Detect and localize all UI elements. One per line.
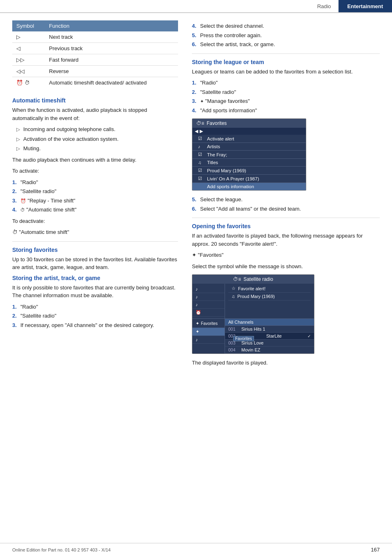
- radio-text: Radio: [317, 3, 331, 9]
- storing-artist-body: It is only possible to store favorites t…: [12, 284, 178, 300]
- channel-row: 001Sirius Hits 1: [225, 326, 314, 333]
- table-row: ⏰ ⏱ Automatic timeshift deactivated/ act…: [12, 77, 178, 89]
- mockup-row: ☑The Fray;: [192, 151, 306, 159]
- mockup-row: ♪Artists: [192, 143, 306, 151]
- list-item: 2."Satellite radio": [12, 312, 178, 320]
- mockup-row: ☑Proud Mary (1969): [192, 167, 306, 175]
- mockup-row: ♫Titles: [192, 159, 306, 167]
- list-item: ▷ Muting.: [16, 145, 178, 153]
- page-footer: Online Edition for Part no. 01 40 2 957 …: [0, 543, 392, 556]
- table-header-symbol: Symbol: [12, 20, 45, 31]
- storing-league-steps: 1."Radio" 2."Satellite radio" 3.✦ "Manag…: [192, 79, 380, 114]
- mockup2-main: ✦Favorites ✦ ♪ All Channels 001Sirius Hi…: [192, 319, 314, 354]
- storing-artist-heading: Storing the artist, track, or game: [12, 275, 178, 281]
- table-row: ▷ Next track: [12, 31, 178, 43]
- symbol-table: Symbol Function ▷ Next track ◁ Previous …: [12, 20, 178, 88]
- list-item: 4.⏱ "Automatic time shift": [12, 206, 178, 214]
- list-item: 4.Select the desired channel.: [192, 22, 380, 30]
- list-item: 6.Select the artist, track, or game.: [192, 40, 380, 49]
- favorites-fav-line: ✦ "Favorites": [192, 251, 380, 259]
- displayed-favorite-text: The displayed favorite is played.: [192, 359, 380, 367]
- storing-league-body: Leagues or teams can be added to the fav…: [192, 68, 380, 76]
- table-header-function: Function: [45, 20, 178, 31]
- storing-league-heading: Storing the league or team: [192, 59, 380, 65]
- table-row: ▷▷ Fast forward: [12, 54, 178, 66]
- bullet-arrow: ▷: [16, 145, 20, 152]
- all-channels-label: All Channels: [225, 319, 314, 326]
- list-item: 3.✦ "Manage favorites": [192, 97, 380, 105]
- symbol-cell: ▷▷: [12, 54, 45, 66]
- left-column: Symbol Function ▷ Next track ◁ Previous …: [0, 20, 188, 370]
- mockup-row: ☑Livin' On A Prayer (1987): [192, 175, 306, 183]
- opening-favorites-body2: Select the symbol while the message is s…: [192, 262, 380, 271]
- list-item: ▷ Activation of the voice activation sys…: [16, 135, 178, 143]
- list-item: 2."Satellite radio": [12, 187, 178, 196]
- list-item: 5.Press the controller again.: [192, 31, 380, 40]
- mockup2-channels: All Channels 001Sirius Hits 1 002 Favori…: [225, 319, 314, 354]
- mockup-row-highlighted: Add sports information: [192, 183, 306, 190]
- mockup2-top: ♪ ♪ ♪ ⏰ ☆Favorite alert! ♫Proud Mary (19…: [192, 284, 314, 319]
- list-item: 2."Satellite radio": [192, 88, 380, 96]
- mockup-nav: ◀ ▶: [192, 128, 306, 135]
- league-steps-continued: 5.Select the league. 6.Select "Add all t…: [192, 196, 380, 213]
- list-item: 1."Radio": [192, 79, 380, 87]
- channel-row: 002 Favorites StarLite ✓: [225, 333, 314, 340]
- timeshift-activate-label: To activate:: [12, 167, 178, 175]
- footer-text: Online Edition for Part no. 01 40 2 957 …: [12, 547, 111, 552]
- automatic-timeshift-heading: Automatic timeshift: [12, 97, 178, 104]
- timeshift-body2: The audio playback then continues with a…: [12, 156, 178, 164]
- channel-row: 004Movin EZ: [225, 347, 314, 354]
- bullet-arrow: ▷: [16, 126, 20, 133]
- opening-favorites-body: If an activated favorite is played back,…: [192, 232, 380, 248]
- timeshift-deactivate-label: To deactivate:: [12, 217, 178, 225]
- automatic-timeshift-bullets: ▷ Incoming and outgoing telephone calls.…: [16, 125, 178, 153]
- entertainment-text: Entertainment: [347, 3, 383, 9]
- automatic-timeshift-body: When the function is activated, audio pl…: [12, 106, 178, 122]
- storing-favorites-body: Up to 30 favorites can be stored in the …: [12, 256, 178, 271]
- header-radio-label: Radio: [310, 0, 339, 12]
- list-item: 3.⏰ "Replay - Time shift": [12, 197, 178, 205]
- symbol-cell: ⏰ ⏱: [12, 77, 45, 89]
- main-content: Symbol Function ▷ Next track ◁ Previous …: [0, 13, 392, 370]
- storing-artist-steps: 1."Radio" 2."Satellite radio" 3.If neces…: [12, 303, 178, 329]
- symbol-cell: ▷: [12, 31, 45, 43]
- list-item: 6.Select "Add all teams" or the desired …: [192, 205, 380, 213]
- mockup2-sidebar: ✦Favorites ✦ ♪: [192, 319, 225, 354]
- list-item: 5.Select the league.: [192, 196, 380, 204]
- opening-favorites-heading: Opening the favorites: [192, 223, 380, 229]
- symbol-cell: ◁◁: [12, 66, 45, 77]
- list-item: 1."Radio": [12, 178, 178, 187]
- header-entertainment-label: Entertainment: [339, 0, 392, 12]
- list-item: ▷ Incoming and outgoing telephone calls.: [16, 125, 178, 133]
- page-header: Radio Entertainment: [0, 0, 392, 13]
- steps-continued: 4.Select the desired channel. 5.Press th…: [192, 22, 380, 49]
- function-cell: Previous track: [45, 43, 178, 54]
- table-row: ◁ Previous track: [12, 43, 178, 54]
- function-cell: Fast forward: [45, 54, 178, 66]
- favorites-mockup: ⏱≡ Favorites ◀ ▶ ☑Activate alert ♪Artist…: [192, 118, 306, 191]
- bullet-arrow: ▷: [16, 136, 20, 143]
- table-row: ◁◁ Reverse: [12, 66, 178, 77]
- list-item: 4."Add sports information": [192, 107, 380, 115]
- function-cell: Automatic timeshift deactivated/ activat…: [45, 77, 178, 89]
- timeshift-deactivate-step: ⏱ "Automatic time shift": [12, 228, 178, 236]
- footer-page: 167: [371, 547, 380, 553]
- function-cell: Reverse: [45, 66, 178, 77]
- timeshift-activate-steps: 1."Radio" 2."Satellite radio" 3.⏰ "Repla…: [12, 178, 178, 214]
- mockup-header: ⏱≡ Favorites: [192, 119, 306, 128]
- satellite-radio-mockup: ⏱≡ Satellite radio ♪ ♪ ♪ ⏰ ☆Favorite ale…: [192, 274, 314, 354]
- right-column: 4.Select the desired channel. 5.Press th…: [188, 20, 392, 370]
- function-cell: Next track: [45, 31, 178, 43]
- list-item: 1."Radio": [12, 303, 178, 311]
- mockup2-header: ⏱≡ Satellite radio: [192, 275, 314, 284]
- mockup2-icons: ♪ ♪ ♪ ⏰: [192, 284, 225, 318]
- symbol-cell: ◁: [12, 43, 45, 54]
- list-item: 3.If necessary, open "All channels" or t…: [12, 321, 178, 329]
- storing-favorites-heading: Storing favorites: [12, 247, 178, 253]
- mockup2-top-info: ☆Favorite alert! ♫Proud Mary (1969): [225, 284, 314, 318]
- mockup-row: ☑Activate alert: [192, 135, 306, 143]
